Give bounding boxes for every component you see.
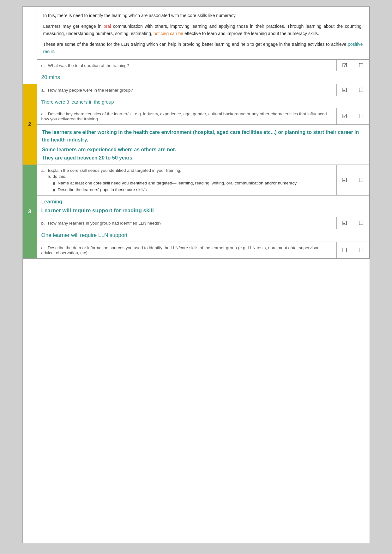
answer-3a-subtext: Learner will require support for reading… [41,208,365,214]
q-3a-text1: Explain the core skill needs you identif… [48,168,182,173]
q-2a2-label: a. [41,111,45,116]
q-3c-check2: ☐ [353,242,369,258]
answer-3b-block: One learner will require LLN support [37,229,369,242]
top-para3: These are some of the demand for the LLN… [43,41,363,55]
top-para2: Learners may get engage in oral communic… [43,23,363,37]
answer-2a2-line1: The learners are either working in the h… [42,129,364,144]
q-3b-text-cell: b. How many learners in your group had i… [37,217,336,229]
q-d-label: d. [41,63,45,68]
q-2a-check2: ☐ [353,84,369,96]
answer-3a-block: Learning Learner will require support fo… [37,196,369,217]
q-3c-text-cell: c. Describe the data or information sour… [37,242,336,258]
q-3c-question: Describe the data or information sources… [41,245,319,255]
q-3a-text2: To do this: [47,174,332,179]
top-text-block: In this, there is need to identify the l… [37,7,369,84]
answer-2a-block: There were 3 learners in the group [37,96,369,108]
section2-content: a. How many people were in the learner g… [37,84,369,165]
q-2a-row: a. How many people were in the learner g… [37,84,369,96]
section3-content: a. Explain the core skill needs you iden… [37,165,369,258]
answer-2a2-line2: Some learners are experienced where as o… [42,147,364,153]
q-3a-bullet1: Name at least one core skill need you id… [53,181,332,185]
section2-num: 2 [23,84,37,165]
q-d-check2: ☐ [353,60,369,71]
top-para1: In this, there is need to identify the l… [43,12,363,19]
answer-2a: There were 3 learners in the group [41,99,114,105]
answer-d: 20 mins [41,74,60,80]
q-2a2-row: a. Describe key characteristics of the l… [37,108,369,125]
q-3b-row: b. How many learners in your group had i… [37,217,369,229]
q-2a-check1: ☑ [336,84,353,96]
answer-2a2-line3: They are aged between 20 to 50 years [42,155,364,161]
q-3a-check1: ☑ [336,165,353,195]
answer-3b: One learner will require LLN support [41,232,128,238]
answer-3a-label: Learning [41,199,365,205]
q-d-check1: ☑ [336,60,353,71]
q-2a2-text-cell: a. Describe key characteristics of the l… [37,108,336,124]
q-3c-check1: ☐ [336,242,353,258]
q-d-text-cell: d. What was the total duration of the tr… [37,60,336,71]
q-2a-label: a. [41,88,45,93]
q-3b-question: How many learners in your group had iden… [48,221,161,226]
q-3a-row: a. Explain the core skill needs you iden… [37,165,369,196]
q-2a2-check2: ☐ [353,108,369,124]
q-d-row: d. What was the total duration of the tr… [37,59,369,71]
q-3b-check2: ☐ [353,217,369,229]
q-3b-label: b. [41,221,45,226]
q-2a2-question: Describe key characteristics of the lear… [41,111,327,121]
q-d-question: What was the total duration of the train… [48,63,129,68]
q-3c-label: c. [41,245,45,250]
q-3a-label: a. [41,168,45,173]
q-3a-text-cell: a. Explain the core skill needs you iden… [37,165,336,195]
section3-num: 3 [23,165,37,258]
q-2a-question: How many people were in the learner grou… [48,88,133,93]
answer-2a2-block: The learners are either working in the h… [37,125,369,165]
q-3a-check2: ☐ [353,165,369,195]
q-2a-text-cell: a. How many people were in the learner g… [37,84,336,96]
answer-d-block: 20 mins [37,71,369,84]
empty-num-cell [23,7,37,84]
q-3b-check1: ☑ [336,217,353,229]
q-2a2-check1: ☑ [336,108,353,124]
q-3c-row: c. Describe the data or information sour… [37,242,369,258]
q-3a-bullet2: Describe the learners' gaps in these cor… [53,187,332,192]
